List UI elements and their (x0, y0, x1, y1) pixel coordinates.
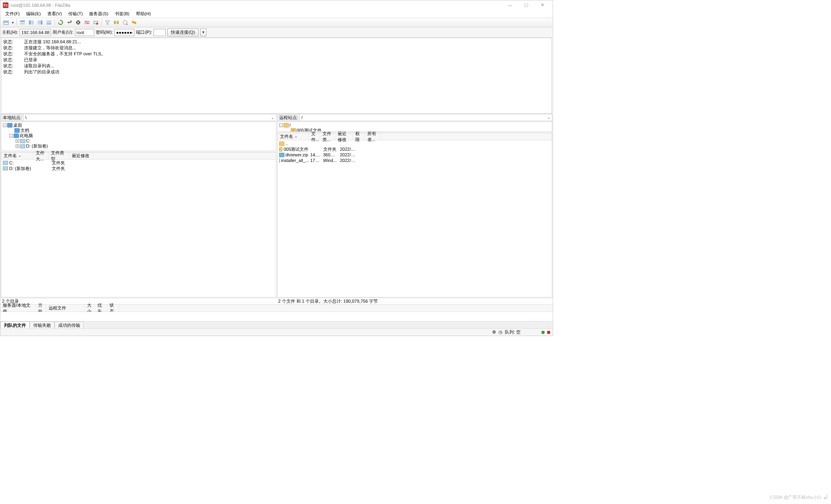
folder-icon (14, 134, 19, 138)
toolbar-separator (101, 19, 102, 26)
pass-input[interactable] (114, 29, 134, 36)
tree-toggle[interactable]: + (16, 144, 19, 148)
tree-item[interactable]: ?005测试文件 (279, 128, 551, 132)
process-queue-icon[interactable] (65, 18, 73, 26)
menu-server[interactable]: 服务器(S) (86, 10, 111, 17)
local-path-input[interactable] (24, 114, 269, 121)
column-header[interactable]: 所有者... (365, 133, 381, 140)
local-list-header: 文件名▲文件大...文件类型最近修改 (1, 152, 276, 160)
remote-pane: 远程站点: ⌄ -/?005测试文件 文件名▲文件...文件类...最近修改权限… (277, 114, 553, 304)
reconnect-icon[interactable] (92, 18, 100, 26)
remote-list-body[interactable]: ..005测试文件文件夹2022/9/...dlviewer.zip14,63.… (278, 140, 552, 297)
log-label: 状态: (3, 69, 16, 75)
user-input[interactable] (75, 29, 94, 36)
list-item[interactable]: installer_all_...175,4...Wind...2022/7/.… (278, 158, 552, 163)
menu-edit[interactable]: 编辑(E) (23, 10, 44, 17)
quickconnect-dropdown[interactable]: ▼ (200, 28, 207, 36)
tree-label: D: (新加卷) (26, 144, 48, 149)
local-path-bar: 本地站点: ⌄ (1, 114, 276, 121)
column-header[interactable]: 服务器/本地文件 (0, 305, 36, 312)
column-header[interactable]: 文件名▲ (278, 133, 309, 140)
svg-rect-5 (31, 20, 34, 24)
column-header[interactable]: 文件大... (33, 152, 49, 159)
menu-bookmarks[interactable]: 书签(B) (111, 10, 133, 17)
drive-icon (3, 161, 8, 165)
column-header[interactable]: 文件... (309, 133, 320, 140)
queue-header: 服务器/本地文件方向远程文件大小优先...状态 (0, 305, 553, 312)
list-item[interactable]: D: (新加卷)文件夹 (1, 166, 276, 171)
tree-toggle[interactable]: - (279, 123, 283, 127)
local-path-dropdown[interactable]: ⌄ (270, 116, 276, 119)
tab-success[interactable]: 成功的传输 (55, 322, 84, 328)
disconnect-icon[interactable] (83, 18, 91, 26)
column-header[interactable]: 远程文件 (46, 305, 85, 312)
site-dropdown-icon[interactable]: ▼ (11, 18, 15, 26)
tree-item[interactable]: +D: (新加卷) (3, 144, 274, 149)
sync-browse-icon[interactable] (121, 18, 129, 26)
tab-failed[interactable]: 传输失败 (30, 322, 55, 328)
column-header[interactable]: 最近修改 (335, 133, 353, 140)
drive-icon (20, 139, 25, 143)
column-header[interactable]: 文件名▲ (1, 152, 33, 159)
column-header[interactable]: 文件类型 (49, 152, 69, 159)
column-header[interactable]: 状态 (107, 305, 119, 312)
toggle-local-tree-icon[interactable] (27, 18, 35, 26)
column-header[interactable]: 方向 (36, 305, 46, 312)
gear-icon[interactable]: ⚙ (492, 330, 496, 335)
log-label: 状态: (3, 51, 16, 57)
tree-item[interactable]: +C: (3, 138, 274, 144)
svg-point-19 (134, 22, 136, 24)
local-list-body[interactable]: C:文件夹D: (新加卷)文件夹 (1, 160, 276, 297)
clock-icon[interactable]: ◷ (499, 330, 503, 335)
column-header[interactable]: 大小 (85, 305, 95, 312)
tree-item[interactable]: -桌面 (3, 123, 274, 128)
list-item[interactable]: 005测试文件文件夹2022/9/... (278, 146, 552, 152)
quickconnect-button[interactable]: 快速连接(Q) (167, 28, 199, 36)
tree-item[interactable]: -此电脑 (3, 133, 274, 138)
maximize-button[interactable]: ▢ (518, 1, 534, 10)
toggle-remote-tree-icon[interactable] (36, 18, 44, 26)
close-button[interactable]: ✕ (534, 1, 550, 10)
tree-toggle[interactable]: + (16, 139, 19, 143)
tree-item[interactable]: 文档 (3, 128, 274, 133)
remote-path-dropdown[interactable]: ⌄ (545, 116, 552, 119)
column-header[interactable]: 文件类... (320, 133, 335, 140)
toggle-queue-icon[interactable] (45, 18, 53, 26)
column-header[interactable]: 权限 (353, 133, 365, 140)
column-header[interactable]: 最近修改 (69, 152, 93, 159)
menu-file[interactable]: 文件(F) (2, 10, 23, 17)
remote-path-label: 远程站点: (278, 114, 300, 121)
compare-icon[interactable] (112, 18, 120, 26)
local-path-label: 本地站点: (1, 114, 24, 121)
remote-list: 文件名▲文件...文件类...最近修改权限所有者... ..005测试文件文件夹… (277, 133, 553, 298)
search-icon[interactable] (130, 18, 138, 26)
filter-icon[interactable] (103, 18, 111, 26)
queue-body[interactable] (0, 312, 553, 321)
remote-path-input[interactable] (300, 114, 545, 121)
log-pane[interactable]: 状态:正在连接 192.168.64.88:21...状态:连接建立，等待欢迎消… (1, 38, 552, 114)
list-item[interactable]: C:文件夹 (1, 160, 276, 166)
tree-toggle[interactable]: - (9, 134, 13, 138)
minimize-button[interactable]: — (502, 1, 518, 10)
host-input[interactable] (20, 29, 51, 36)
tab-queued[interactable]: 列队的文件 (0, 322, 30, 328)
list-item[interactable]: dlviewer.zip14,63...360压...2022/8/... (278, 152, 552, 158)
tree-item[interactable]: -/ (279, 123, 551, 128)
tree-toggle[interactable]: - (3, 123, 6, 127)
local-tree[interactable]: -桌面文档-此电脑+C:+D: (新加卷) (1, 121, 276, 151)
menu-help[interactable]: 帮助(H) (133, 10, 154, 17)
menu-transfer[interactable]: 传输(T) (65, 10, 86, 17)
cell: 2022/7/... (340, 158, 358, 163)
folder-icon (7, 123, 12, 128)
log-text: 正在连接 192.168.64.88:21... (24, 39, 81, 45)
list-item[interactable]: .. (278, 141, 552, 146)
item-name: installer_all_... (281, 158, 309, 163)
cancel-icon[interactable] (74, 18, 82, 26)
menu-view[interactable]: 查看(V) (44, 10, 65, 17)
refresh-icon[interactable] (57, 18, 65, 26)
toggle-log-icon[interactable] (18, 18, 26, 26)
svg-point-14 (96, 23, 98, 25)
site-manager-icon[interactable] (2, 18, 10, 26)
column-header[interactable]: 优先... (95, 305, 107, 312)
port-input[interactable] (154, 29, 166, 36)
